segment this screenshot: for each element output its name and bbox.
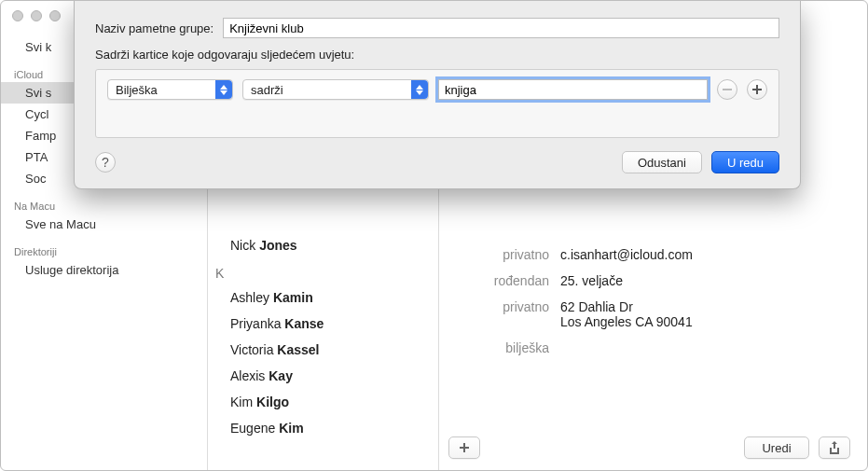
minus-icon xyxy=(723,89,732,90)
rule-row: Bilješka sadrži xyxy=(95,69,779,138)
add-button[interactable] xyxy=(448,436,480,459)
detail-label: privatno xyxy=(456,247,549,262)
rule-operator-select[interactable]: sadrži xyxy=(242,79,429,100)
main-window: Svi k iCloud Svi s Cycl Famp PTA Soc Na … xyxy=(0,0,868,471)
section-letter: K xyxy=(208,258,438,284)
svg-rect-0 xyxy=(723,89,732,90)
sidebar-heading-dirs: Direktoriji xyxy=(1,242,207,259)
share-button[interactable] xyxy=(819,436,850,459)
name-label: Naziv pametne grupe: xyxy=(95,21,214,35)
detail-value: 62 Dahlia Dr Los Angeles CA 90041 xyxy=(560,299,850,329)
add-rule-button[interactable] xyxy=(747,79,767,100)
select-value: sadrži xyxy=(251,83,283,97)
plus-icon xyxy=(459,442,470,453)
share-icon xyxy=(829,441,840,454)
updown-icon xyxy=(411,80,428,99)
cancel-button[interactable]: Odustani xyxy=(622,151,702,173)
detail-row: bilješka xyxy=(439,335,867,361)
list-item[interactable]: Kim Kilgo xyxy=(208,389,438,415)
detail-row: privatno62 Dahlia Dr Los Angeles CA 9004… xyxy=(439,294,867,335)
rule-field-select[interactable]: Bilješka xyxy=(107,79,233,100)
plus-icon xyxy=(752,85,762,94)
sidebar-heading-mac: Na Macu xyxy=(1,197,207,214)
list-item[interactable]: Nick Jones xyxy=(208,232,438,258)
remove-rule-button xyxy=(717,79,737,100)
detail-value: c.isanhart@icloud.com xyxy=(560,247,850,262)
detail-label: rođendan xyxy=(456,273,549,288)
detail-value: 25. veljače xyxy=(560,273,850,288)
select-value: Bilješka xyxy=(116,83,158,97)
ok-button[interactable]: U redu xyxy=(711,151,779,173)
list-item[interactable]: Eugene Kim xyxy=(208,415,438,441)
list-item[interactable]: Alexis Kay xyxy=(208,363,438,389)
condition-intro: Sadrži kartice koje odgovaraju sljedećem… xyxy=(95,48,779,62)
detail-label: bilješka xyxy=(456,340,549,355)
help-button[interactable]: ? xyxy=(95,152,116,173)
list-item[interactable]: Victoria Kassel xyxy=(208,337,438,363)
list-item[interactable]: Ashley Kamin xyxy=(208,284,438,311)
rule-value-input[interactable] xyxy=(438,79,708,100)
smart-group-sheet: Naziv pametne grupe: Sadrži kartice koje… xyxy=(74,1,801,189)
edit-button[interactable]: Uredi xyxy=(744,436,809,459)
detail-value xyxy=(560,340,850,355)
sidebar-item[interactable]: Sve na Macu xyxy=(1,214,207,235)
updown-icon xyxy=(215,80,232,99)
list-item[interactable]: Priyanka Kanse xyxy=(208,311,438,337)
detail-row: rođendan25. veljače xyxy=(439,268,867,294)
sidebar-item[interactable]: Usluge direktorija xyxy=(1,259,207,281)
detail-label: privatno xyxy=(456,299,549,329)
group-name-input[interactable] xyxy=(223,18,779,38)
detail-row: privatnoc.isanhart@icloud.com xyxy=(439,242,867,268)
